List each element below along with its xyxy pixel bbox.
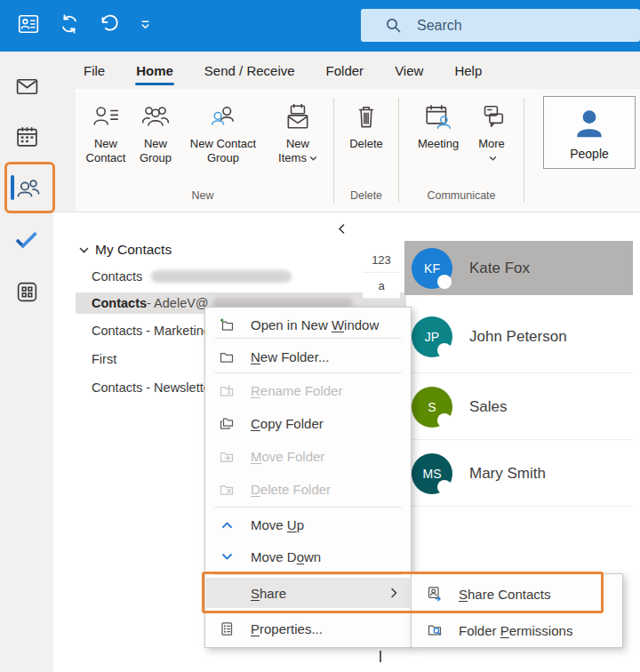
people-view-button[interactable]: People bbox=[543, 96, 636, 169]
access-key: C bbox=[251, 416, 260, 431]
menu-item-move-down[interactable]: Move Down bbox=[206, 541, 410, 572]
alpha-index-123[interactable]: 123 bbox=[363, 247, 400, 273]
ribbon-group-delete: DeleteDelete bbox=[343, 96, 389, 206]
mail-nav-button[interactable] bbox=[15, 75, 39, 102]
search-box[interactable]: Search bbox=[361, 9, 640, 42]
outlook-app-button[interactable] bbox=[17, 12, 40, 39]
sync-button[interactable] bbox=[59, 13, 80, 38]
more-button[interactable]: More bbox=[468, 96, 515, 165]
my-contacts-header[interactable]: My Contacts bbox=[78, 240, 172, 260]
menu-item-label: New Folder... bbox=[251, 349, 329, 364]
todo-nav-button[interactable] bbox=[15, 228, 39, 255]
contact-row[interactable]: SSales bbox=[404, 373, 633, 440]
text-cursor-mark bbox=[380, 651, 381, 662]
quick-access-toolbar bbox=[0, 12, 152, 39]
contact-row-divider bbox=[404, 372, 633, 373]
tab-home[interactable]: Home bbox=[134, 60, 175, 81]
menu-item-new-folder[interactable]: New Folder... bbox=[206, 341, 410, 372]
tab-help[interactable]: Help bbox=[452, 60, 484, 81]
ribbon-button-label: More bbox=[478, 137, 505, 165]
contact-row-divider bbox=[404, 506, 633, 507]
menu-separator bbox=[214, 507, 402, 508]
delete-folder-icon bbox=[218, 482, 236, 497]
contact-name: Sales bbox=[469, 398, 508, 416]
open-new-window-icon bbox=[218, 317, 236, 332]
toolbar-options-button[interactable] bbox=[139, 18, 152, 35]
ribbon-group-divider bbox=[524, 98, 524, 203]
calendar-nav-button[interactable] bbox=[15, 125, 39, 153]
outlook-window: Search FileHomeSend / ReceiveFolderViewH… bbox=[0, 0, 640, 672]
folder-item[interactable]: Contacts - Newsletter bbox=[92, 378, 215, 397]
menu-item-properties[interactable]: Properties... bbox=[206, 613, 410, 644]
contact-row[interactable]: MSMary Smith bbox=[404, 440, 633, 507]
move-down-icon bbox=[218, 550, 236, 564]
menu-item-label: Share Contacts bbox=[459, 587, 550, 602]
folder-item[interactable]: First bbox=[92, 349, 116, 369]
tab-folder[interactable]: Folder bbox=[324, 60, 366, 81]
folder-item-name: First bbox=[92, 352, 116, 366]
undo-icon bbox=[99, 13, 120, 38]
presence-indicator bbox=[437, 413, 452, 428]
apps-nav-button[interactable] bbox=[15, 280, 39, 308]
search-placeholder: Search bbox=[417, 18, 462, 34]
meeting-icon bbox=[423, 98, 453, 137]
folder-item[interactable]: Contacts bbox=[92, 267, 292, 286]
ribbon: NewContactNewGroupNew ContactGroupNewIte… bbox=[76, 89, 640, 212]
ribbon-button-label: NewItems bbox=[278, 137, 317, 165]
chevron-down-icon bbox=[489, 156, 497, 162]
folder-item[interactable]: Contacts - Marketing bbox=[92, 321, 211, 340]
new-contact-group-button[interactable]: New ContactGroup bbox=[180, 96, 266, 165]
tab-file[interactable]: File bbox=[82, 60, 107, 81]
contact-row[interactable]: KFKate Fox bbox=[404, 241, 633, 295]
access-key: S bbox=[251, 586, 260, 601]
new-items-button[interactable]: NewItems bbox=[271, 96, 324, 165]
menu-item-rename-folder: Rename Folder bbox=[206, 375, 410, 405]
folder-item-name: Contacts - Newsletter bbox=[92, 380, 215, 395]
new-contact-button[interactable]: NewContact bbox=[81, 96, 131, 165]
ribbon-group-label: New bbox=[81, 189, 324, 206]
folder-item-account: - AdeleV@ bbox=[147, 296, 209, 310]
submenu-arrow-icon bbox=[388, 587, 399, 599]
access-key: S bbox=[459, 587, 468, 602]
ribbon-button-label: Meeting bbox=[418, 137, 459, 151]
tab-view[interactable]: View bbox=[393, 60, 425, 81]
ribbon-button-label: New ContactGroup bbox=[190, 137, 256, 165]
titlebar: Search bbox=[0, 0, 640, 52]
collapse-folder-pane-button[interactable] bbox=[337, 223, 347, 235]
presence-indicator bbox=[437, 343, 452, 357]
folder-permissions-icon bbox=[426, 622, 444, 638]
folder-item-name: Contacts bbox=[92, 296, 147, 310]
ribbon-button-label: NewContact bbox=[86, 137, 126, 165]
properties-icon bbox=[218, 621, 236, 636]
tab-send-receive[interactable]: Send / Receive bbox=[203, 60, 297, 81]
rename-folder-icon bbox=[218, 383, 236, 398]
contact-avatar: JP bbox=[412, 316, 452, 357]
meeting-button[interactable]: Meeting bbox=[408, 96, 468, 151]
ribbon-divider bbox=[53, 212, 640, 212]
contact-avatar: MS bbox=[412, 453, 452, 494]
menu-separator bbox=[214, 338, 402, 339]
menu-item-folder-permissions[interactable]: Folder Permissions bbox=[412, 615, 621, 645]
ribbon-group-divider bbox=[398, 98, 399, 203]
new-group-button[interactable]: NewGroup bbox=[131, 96, 180, 165]
menu-item-copy-folder[interactable]: Copy Folder bbox=[206, 408, 410, 438]
new-items-icon bbox=[284, 98, 312, 137]
alpha-index-a[interactable]: a bbox=[363, 273, 400, 299]
access-key: U bbox=[287, 517, 297, 532]
ribbon-tab-bar: FileHomeSend / ReceiveFolderViewHelp bbox=[53, 52, 640, 89]
contact-row[interactable]: JPJohn Peterson bbox=[404, 300, 633, 373]
move-up-icon bbox=[218, 518, 236, 532]
menu-item-label: Properties... bbox=[251, 621, 323, 636]
chevron-down-icon bbox=[309, 156, 317, 162]
outlook-icon bbox=[17, 12, 40, 39]
menu-item-open-in-new-window[interactable]: Open in New Window bbox=[206, 309, 410, 340]
undo-button[interactable] bbox=[99, 13, 120, 38]
menu-item-move-up[interactable]: Move Up bbox=[206, 509, 410, 540]
menu-item-share-contacts[interactable]: Share Contacts bbox=[412, 579, 621, 609]
menu-item-label: Copy Folder bbox=[251, 416, 324, 431]
menu-item-share[interactable]: Share bbox=[206, 578, 410, 608]
delete-button[interactable]: Delete bbox=[343, 96, 389, 151]
contact-row-divider bbox=[404, 439, 633, 440]
access-key: P bbox=[251, 621, 260, 636]
people-nav-button[interactable] bbox=[15, 175, 42, 205]
